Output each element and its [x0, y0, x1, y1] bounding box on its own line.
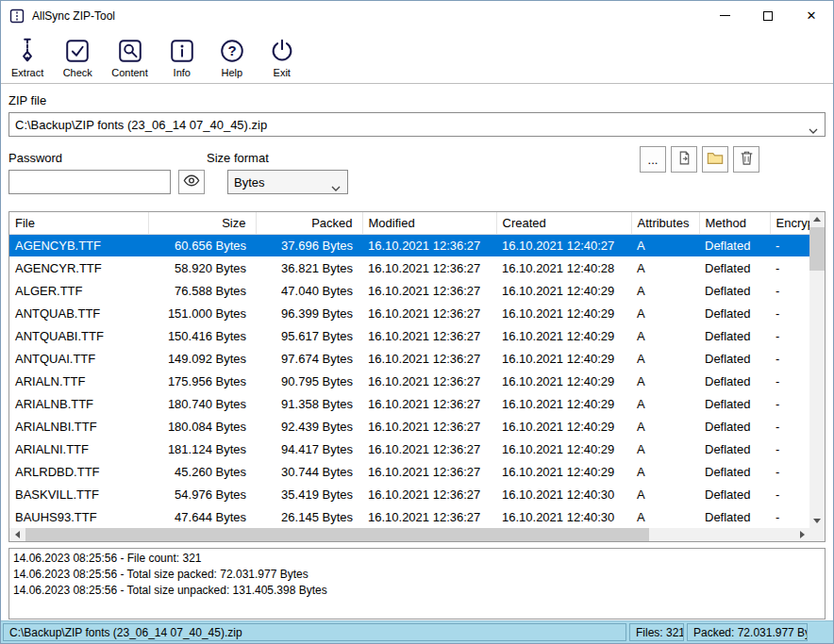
- content-button[interactable]: Content: [107, 35, 153, 79]
- table-cell: A: [631, 347, 699, 370]
- table-cell: A: [631, 324, 699, 347]
- table-cell: 16.10.2021 12:36:27: [362, 460, 496, 483]
- vertical-scrollbar-thumb[interactable]: [809, 227, 825, 271]
- table-row[interactable]: ARIALN.TTF175.956 Bytes90.795 Bytes16.10…: [9, 370, 809, 392]
- table-cell: 35.419 Bytes: [256, 483, 362, 505]
- maximize-button[interactable]: [746, 1, 790, 30]
- table-cell: 96.399 Bytes: [256, 302, 362, 324]
- delete-button[interactable]: [733, 146, 759, 173]
- table-cell: -: [770, 460, 809, 483]
- show-password-button[interactable]: [178, 170, 205, 194]
- table-row[interactable]: ANTQUABI.TTF150.416 Bytes95.617 Bytes16.…: [9, 324, 809, 347]
- table-cell: 60.656 Bytes: [148, 234, 256, 256]
- app-window: AllSync ZIP-Tool ✕ Extract: [0, 0, 834, 644]
- column-header-attributes[interactable]: Attributes: [631, 212, 699, 234]
- table-cell: 16.10.2021 12:36:27: [362, 279, 496, 302]
- statusbar-path: C:\Backup\ZIP fonts (23_06_14 07_40_45).…: [3, 623, 626, 641]
- table-cell: -: [770, 234, 809, 256]
- table-row[interactable]: BAUHS93.TTF47.644 Bytes26.145 Bytes16.10…: [9, 505, 809, 528]
- table-cell: -: [770, 279, 809, 302]
- table-cell: 90.795 Bytes: [256, 370, 362, 392]
- statusbar-grip: [810, 623, 831, 641]
- table-cell: -: [770, 370, 809, 392]
- password-input[interactable]: [8, 170, 171, 194]
- table-cell: 47.040 Bytes: [256, 279, 362, 302]
- zip-file-combobox[interactable]: C:\Backup\ZIP fonts (23_06_14 07_40_45).…: [8, 112, 826, 137]
- table-cell: 16.10.2021 12:40:29: [496, 279, 631, 302]
- table-cell: 76.588 Bytes: [148, 279, 256, 302]
- scroll-left-icon[interactable]: [9, 528, 25, 541]
- table-cell: 16.10.2021 12:40:30: [496, 505, 631, 528]
- table-cell: 30.744 Bytes: [256, 460, 362, 483]
- column-header-created[interactable]: Created: [496, 212, 631, 234]
- table-row[interactable]: ALGER.TTF76.588 Bytes47.040 Bytes16.10.2…: [9, 279, 809, 302]
- column-header-modified[interactable]: Modified: [362, 212, 496, 234]
- help-icon: ?: [218, 36, 246, 67]
- column-header-method[interactable]: Method: [699, 212, 770, 234]
- table-cell: 16.10.2021 12:40:29: [496, 438, 631, 460]
- table-cell: A: [631, 460, 699, 483]
- table-row[interactable]: ARIALNB.TTF180.740 Bytes91.358 Bytes16.1…: [9, 392, 809, 415]
- open-folder-button[interactable]: [702, 146, 728, 173]
- table-row[interactable]: BASKVILL.TTF54.976 Bytes35.419 Bytes16.1…: [9, 483, 809, 505]
- table-cell: 16.10.2021 12:36:27: [362, 483, 496, 505]
- scrollbar-corner: [809, 528, 825, 541]
- trash-icon: [740, 150, 754, 169]
- table-cell: A: [631, 370, 699, 392]
- scroll-down-icon[interactable]: [809, 514, 825, 528]
- table-cell: A: [631, 279, 699, 302]
- chevron-down-icon: [331, 180, 341, 194]
- column-header-packed[interactable]: Packed: [256, 212, 362, 234]
- table-cell: A: [631, 483, 699, 505]
- exit-button[interactable]: Exit: [261, 35, 303, 79]
- table-cell: 16.10.2021 12:36:27: [362, 370, 496, 392]
- browse-button[interactable]: ...: [640, 146, 666, 173]
- table-cell: BAUHS93.TTF: [9, 505, 148, 528]
- table-cell: -: [770, 505, 809, 528]
- check-button[interactable]: Check: [57, 35, 98, 79]
- table-cell: 16.10.2021 12:36:27: [362, 415, 496, 438]
- table-cell: 149.092 Bytes: [148, 347, 256, 370]
- maximize-icon: [763, 11, 773, 21]
- extract-icon: [13, 36, 42, 67]
- table-cell: 16.10.2021 12:36:27: [362, 438, 496, 460]
- content-icon: [116, 36, 144, 67]
- table-row[interactable]: AGENCYR.TTF58.920 Bytes36.821 Bytes16.10…: [9, 256, 809, 279]
- info-icon: [168, 36, 196, 67]
- column-header-file[interactable]: File: [9, 212, 148, 234]
- minimize-button[interactable]: [703, 1, 746, 30]
- size-format-combobox[interactable]: Bytes: [227, 170, 348, 194]
- table-cell: A: [631, 438, 699, 460]
- table-row[interactable]: ARIALNBI.TTF180.084 Bytes92.439 Bytes16.…: [9, 415, 809, 438]
- table-row[interactable]: ARLRDBD.TTF45.260 Bytes30.744 Bytes16.10…: [9, 460, 809, 483]
- table-row[interactable]: ANTQUAB.TTF151.000 Bytes96.399 Bytes16.1…: [9, 302, 809, 324]
- table-cell: 16.10.2021 12:36:27: [362, 392, 496, 415]
- vertical-scrollbar[interactable]: [809, 212, 825, 528]
- window-controls: ✕: [703, 1, 833, 30]
- table-cell: 37.696 Bytes: [256, 234, 362, 256]
- check-icon: [63, 36, 92, 67]
- table-cell: ARLRDBD.TTF: [9, 460, 148, 483]
- horizontal-scrollbar-thumb[interactable]: [25, 528, 649, 541]
- table-row[interactable]: ANTQUAI.TTF149.092 Bytes97.674 Bytes16.1…: [9, 347, 809, 370]
- close-button[interactable]: ✕: [790, 1, 833, 30]
- extract-button[interactable]: Extract: [7, 35, 48, 79]
- column-header-size[interactable]: Size: [148, 212, 256, 234]
- table-cell: Deflated: [699, 483, 770, 505]
- table-row[interactable]: AGENCYB.TTF60.656 Bytes37.696 Bytes16.10…: [9, 234, 809, 256]
- table-cell: 16.10.2021 12:40:29: [496, 302, 631, 324]
- table-cell: 180.740 Bytes: [148, 392, 256, 415]
- info-button[interactable]: Info: [161, 35, 203, 79]
- table-cell: 94.417 Bytes: [256, 438, 362, 460]
- column-header-encrypt[interactable]: Encrypt: [770, 212, 809, 234]
- table-cell: 91.358 Bytes: [256, 392, 362, 415]
- scroll-up-icon[interactable]: [809, 212, 825, 226]
- table-row[interactable]: ARIALNI.TTF181.124 Bytes94.417 Bytes16.1…: [9, 438, 809, 460]
- scroll-right-icon[interactable]: [794, 528, 809, 541]
- open-file-button[interactable]: [671, 146, 697, 173]
- table-cell: 16.10.2021 12:40:29: [496, 415, 631, 438]
- help-button[interactable]: ? Help: [211, 35, 253, 79]
- table-cell: Deflated: [699, 370, 770, 392]
- horizontal-scrollbar[interactable]: [9, 528, 809, 541]
- zip-file-value: C:\Backup\ZIP fonts (23_06_14 07_40_45).…: [15, 118, 267, 132]
